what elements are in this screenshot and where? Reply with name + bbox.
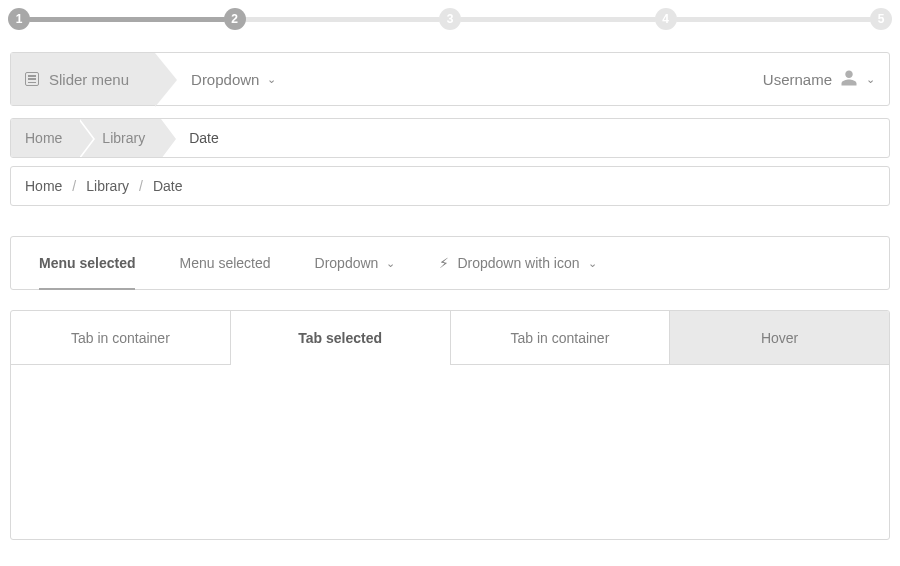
breadcrumb-item-current: Date xyxy=(153,178,183,194)
tab-container: Tab in container Tab selected Tab in con… xyxy=(10,310,890,540)
step-connector xyxy=(459,17,657,22)
user-icon xyxy=(840,69,858,90)
step-connector xyxy=(675,17,873,22)
breadcrumb-arrow: Home Library Date xyxy=(10,118,890,158)
container-tab-selected[interactable]: Tab selected xyxy=(231,311,451,365)
menu-tab-dropdown[interactable]: Dropdown ⌄ xyxy=(315,237,396,289)
step-wizard: 1 2 3 4 5 xyxy=(10,8,890,30)
chevron-down-icon: ⌄ xyxy=(866,73,875,86)
chevron-down-icon: ⌄ xyxy=(588,257,597,270)
breadcrumb-separator: / xyxy=(139,178,143,194)
slider-menu-button[interactable]: Slider menu xyxy=(11,53,155,105)
username-label: Username xyxy=(763,71,832,88)
container-tab-hover[interactable]: Hover xyxy=(670,311,889,365)
step-5[interactable]: 5 xyxy=(870,8,892,30)
bolt-icon: ⚡︎ xyxy=(439,255,449,271)
list-icon xyxy=(25,72,39,86)
container-tab[interactable]: Tab in container xyxy=(451,311,671,365)
breadcrumb-separator: / xyxy=(72,178,76,194)
container-tab[interactable]: Tab in container xyxy=(11,311,231,365)
step-2[interactable]: 2 xyxy=(224,8,246,30)
step-4[interactable]: 4 xyxy=(655,8,677,30)
step-connector xyxy=(28,17,226,22)
tab-row: Tab in container Tab selected Tab in con… xyxy=(11,311,889,365)
breadcrumb-item-home[interactable]: Home xyxy=(11,119,78,157)
breadcrumb-item-home[interactable]: Home xyxy=(25,178,62,194)
breadcrumb-item-library[interactable]: Library xyxy=(86,178,129,194)
spacer xyxy=(276,53,762,105)
top-navbar: Slider menu Dropdown ⌄ Username ⌄ xyxy=(10,52,890,106)
menu-tab-dropdown-icon[interactable]: ⚡︎ Dropdown with icon ⌄ xyxy=(439,237,596,289)
user-menu[interactable]: Username ⌄ xyxy=(763,53,889,105)
step-1[interactable]: 1 xyxy=(8,8,30,30)
step-3[interactable]: 3 xyxy=(439,8,461,30)
menu-tab-selected[interactable]: Menu selected xyxy=(39,237,135,289)
menu-tab[interactable]: Menu selected xyxy=(179,237,270,289)
menu-tabs: Menu selected Menu selected Dropdown ⌄ ⚡… xyxy=(10,236,890,290)
dropdown-label: Dropdown xyxy=(191,71,259,88)
chevron-down-icon: ⌄ xyxy=(386,257,395,270)
breadcrumb-slash: Home / Library / Date xyxy=(10,166,890,206)
chevron-down-icon: ⌄ xyxy=(267,73,276,86)
slider-menu-label: Slider menu xyxy=(49,71,129,88)
step-connector xyxy=(244,17,442,22)
